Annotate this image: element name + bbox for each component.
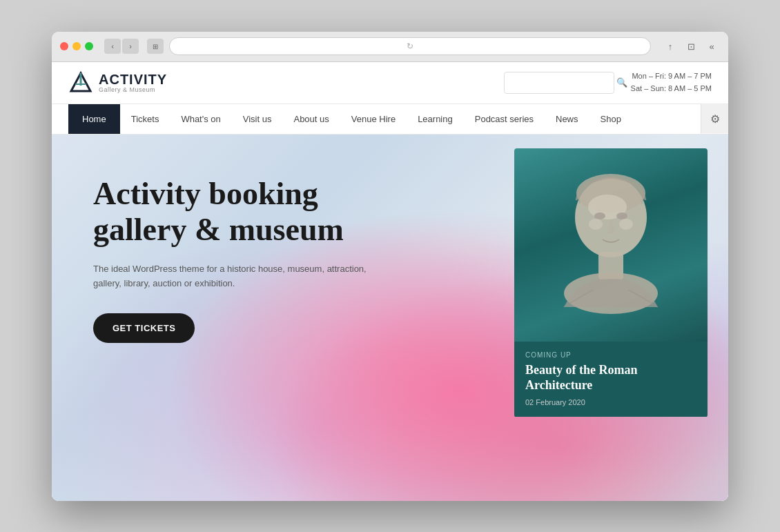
- svg-point-6: [594, 213, 605, 219]
- hours-weekday: Mon – Fri: 9 AM – 7 PM: [631, 70, 712, 83]
- nav-item-tickets[interactable]: Tickets: [120, 104, 170, 134]
- svg-point-11: [619, 219, 633, 230]
- back-button[interactable]: ‹: [104, 39, 121, 54]
- settings-icon[interactable]: ⚙: [701, 104, 728, 134]
- logo-text-group: ACTIVITY Gallery & Museum: [99, 72, 167, 93]
- card-title: Beauty of the Roman Architecture: [525, 363, 696, 393]
- search-icon: 🔍: [616, 77, 627, 88]
- logo-icon: [68, 70, 93, 95]
- search-bar[interactable]: 🔍: [504, 72, 614, 94]
- header-hours: Mon – Fri: 9 AM – 7 PM Sat – Sun: 8 AM –…: [631, 70, 712, 95]
- browser-titlebar: ‹ › ⊞ ↻ ↑ ⊡ «: [52, 32, 728, 62]
- tab-icon: ⊞: [147, 39, 164, 54]
- site-navigation: Home Tickets What's on Visit us About us…: [52, 104, 728, 135]
- site-header: ACTIVITY Gallery & Museum 🔍 Mon – Fri: 9…: [52, 62, 728, 104]
- new-tab-button[interactable]: ⊡: [683, 39, 699, 54]
- card-image-bg: [514, 148, 708, 342]
- nav-item-podcast[interactable]: Podcast series: [464, 104, 545, 134]
- fullscreen-button[interactable]: [85, 42, 93, 50]
- svg-point-7: [616, 213, 627, 219]
- share-button[interactable]: ↑: [662, 39, 679, 54]
- card-coming-up-label: COMING UP: [525, 351, 696, 359]
- traffic-lights: [60, 42, 93, 50]
- browser-window: ‹ › ⊞ ↻ ↑ ⊡ « ACTIVITY Gallery &: [52, 32, 728, 501]
- nav-item-learning[interactable]: Learning: [407, 104, 464, 134]
- card-info: COMING UP Beauty of the Roman Architectu…: [514, 342, 708, 417]
- extensions-button[interactable]: «: [703, 39, 720, 54]
- nav-item-whats-on[interactable]: What's on: [170, 104, 231, 134]
- nav-item-venue-hire[interactable]: Venue Hire: [340, 104, 407, 134]
- get-tickets-button[interactable]: GET TICKETS: [93, 313, 195, 343]
- browser-nav-arrows: ‹ ›: [104, 39, 139, 54]
- nav-item-news[interactable]: News: [545, 104, 589, 134]
- search-input[interactable]: [510, 78, 614, 88]
- nav-item-home[interactable]: Home: [68, 104, 120, 134]
- sculpture-image: [542, 162, 680, 328]
- browser-actions: ↑ ⊡ «: [662, 39, 720, 54]
- website-content: ACTIVITY Gallery & Museum 🔍 Mon – Fri: 9…: [52, 62, 728, 501]
- nav-item-about-us[interactable]: About us: [282, 104, 340, 134]
- nav-item-shop[interactable]: Shop: [589, 104, 632, 134]
- hero-content: Activity booking gallery & museum The id…: [52, 135, 424, 371]
- card-date: 02 February 2020: [525, 398, 696, 406]
- card-image: [514, 148, 708, 342]
- minimize-button[interactable]: [72, 42, 81, 50]
- hero-title: Activity booking gallery & museum: [93, 176, 389, 249]
- hours-weekend: Sat – Sun: 8 AM – 5 PM: [631, 83, 712, 95]
- forward-button[interactable]: ›: [122, 39, 139, 54]
- site-logo[interactable]: ACTIVITY Gallery & Museum: [68, 70, 179, 95]
- logo-subtitle: Gallery & Museum: [99, 86, 167, 93]
- url-bar[interactable]: ↻: [169, 37, 651, 55]
- svg-point-10: [589, 219, 603, 230]
- close-button[interactable]: [60, 42, 68, 50]
- hero-subtitle: The ideal WordPress theme for a historic…: [93, 262, 389, 291]
- feature-card[interactable]: COMING UP Beauty of the Roman Architectu…: [514, 148, 708, 417]
- logo-title: ACTIVITY: [99, 72, 167, 86]
- nav-item-visit-us[interactable]: Visit us: [232, 104, 283, 134]
- hero-section: Activity booking gallery & museum The id…: [52, 135, 728, 501]
